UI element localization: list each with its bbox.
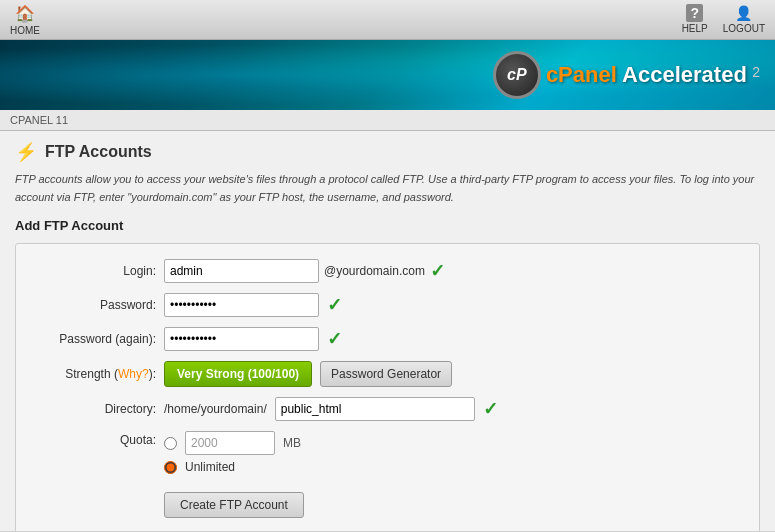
mb-label: MB [283,436,301,450]
directory-static: /home/yourdomain/ [164,402,267,416]
cpanel-logo-text: cPanel Accelerated 2 [546,62,760,88]
logout-nav-item[interactable]: LOGOUT [723,5,765,34]
top-nav-right: HELP LOGOUT [682,5,765,34]
login-input[interactable] [164,259,319,283]
login-group: @yourdomain.com ✓ [164,259,445,283]
logout-label: LOGOUT [723,23,765,34]
login-label: Login: [36,264,156,278]
login-check-icon: ✓ [430,260,445,282]
page-title-row: ⚡ FTP Accounts [15,141,760,163]
quota-group: MB Unlimited [164,431,301,474]
unlimited-label: Unlimited [185,460,235,474]
page-title: FTP Accounts [45,143,152,161]
main-content: ⚡ FTP Accounts FTP accounts allow you to… [0,131,775,531]
help-nav-item[interactable]: HELP [682,5,708,34]
quota-unlimited-radio[interactable] [164,461,177,474]
section-title: Add FTP Account [15,218,760,233]
page-description: FTP accounts allow you to access your we… [15,171,760,206]
help-icon [686,5,703,21]
quota-mb-radio[interactable] [164,437,177,450]
password-again-input[interactable] [164,327,319,351]
banner-logo: cP cPanel Accelerated 2 [493,51,760,99]
password-again-row: Password (again): ✓ [36,327,739,351]
banner: cP cPanel Accelerated 2 [0,40,775,110]
cpanel-logo-circle: cP [493,51,541,99]
logout-icon [735,5,752,21]
quota-unlimited-row: Unlimited [164,460,301,474]
quota-mb-row: MB [164,431,301,455]
domain-suffix: @yourdomain.com [324,264,425,278]
create-button-row: Create FTP Account [36,484,739,518]
directory-check-icon: ✓ [483,398,498,420]
password-again-label: Password (again): [36,332,156,346]
directory-row: Directory: /home/yourdomain/ ✓ [36,397,739,421]
description-text: FTP accounts allow you to access your we… [15,173,754,203]
breadcrumb: CPANEL 11 [0,110,775,131]
ftp-icon: ⚡ [15,141,37,163]
strength-row: Strength (Why?): Very Strong (100/100) P… [36,361,739,387]
password-label: Password: [36,298,156,312]
quota-label: Quota: [36,431,156,447]
why-link[interactable]: Why? [118,367,149,381]
quota-row: Quota: MB Unlimited [36,431,739,474]
home-icon [15,4,35,23]
password-check-icon: ✓ [327,294,342,316]
password-row: Password: ✓ [36,293,739,317]
strength-label: Strength (Why?): [36,367,156,381]
directory-input[interactable] [275,397,475,421]
login-row: Login: @yourdomain.com ✓ [36,259,739,283]
home-nav-item[interactable]: HOME [10,4,40,36]
directory-label: Directory: [36,402,156,416]
top-nav: HOME HELP LOGOUT [0,0,775,40]
home-label: HOME [10,25,40,36]
create-ftp-account-button[interactable]: Create FTP Account [164,492,304,518]
password-input[interactable] [164,293,319,317]
quota-mb-input[interactable] [185,431,275,455]
password-again-check-icon: ✓ [327,328,342,350]
strength-indicator: Very Strong (100/100) [164,361,312,387]
form-panel: Login: @yourdomain.com ✓ Password: ✓ Pas… [15,243,760,531]
password-generator-button[interactable]: Password Generator [320,361,452,387]
help-label: HELP [682,23,708,34]
breadcrumb-label: CPANEL 11 [10,114,68,126]
